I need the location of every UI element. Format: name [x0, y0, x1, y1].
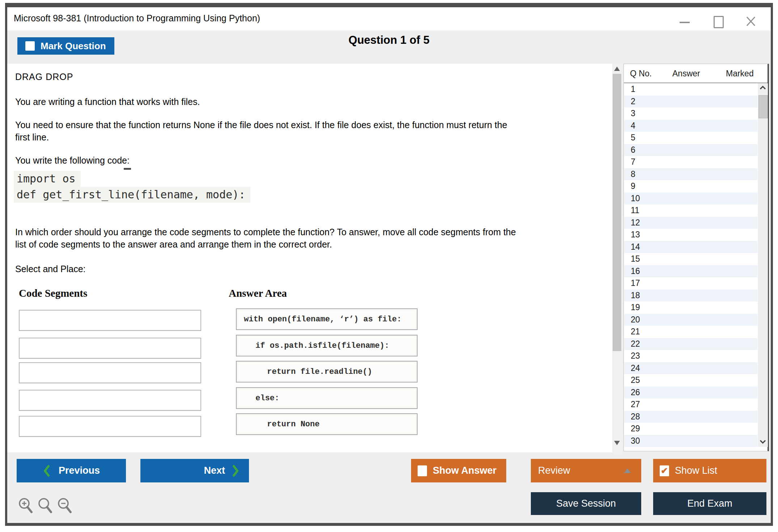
- sidebar-scrollbar[interactable]: [758, 83, 768, 447]
- question-number: 27: [631, 400, 640, 409]
- show-answer-checkbox[interactable]: [418, 465, 427, 476]
- question-number: 20: [631, 315, 640, 325]
- code-line: def get_first_line(filename, mode):: [14, 187, 250, 203]
- question-row[interactable]: 23: [624, 350, 757, 362]
- question-row[interactable]: 19: [624, 301, 757, 314]
- main-scrollbar-thumb[interactable]: [613, 74, 621, 351]
- minimize-icon[interactable]: [680, 22, 690, 23]
- code-segment-slot[interactable]: [19, 390, 201, 411]
- answer-area-item[interactable]: with open(filename, ‘r’) as file:: [236, 308, 418, 330]
- code-segment-slot[interactable]: [19, 338, 201, 359]
- question-row[interactable]: 27: [624, 398, 757, 411]
- code-sample-image: import osdef get_first_line(filename, mo…: [14, 171, 250, 203]
- question-row[interactable]: 4: [624, 120, 757, 132]
- main-scrollbar[interactable]: [612, 64, 622, 452]
- question-row[interactable]: 25: [624, 374, 757, 387]
- column-qno: Q No.: [630, 69, 652, 79]
- screenshot-page: Microsoft 98-381 (Introduction to Progra…: [0, 0, 778, 532]
- question-number: 30: [631, 436, 640, 446]
- code-segment-slot[interactable]: [19, 416, 201, 437]
- question-row[interactable]: 9: [624, 180, 757, 193]
- question-number: 2: [631, 97, 635, 106]
- question-row[interactable]: 24: [624, 362, 757, 375]
- end-exam-button[interactable]: End Exam: [653, 492, 766, 515]
- window-title: Microsoft 98-381 (Introduction to Progra…: [14, 13, 260, 24]
- question-paragraph: You are writing a function that works wi…: [15, 96, 200, 108]
- question-number: 5: [631, 133, 635, 143]
- question-row[interactable]: 13: [624, 229, 757, 241]
- question-type-label: DRAG DROP: [15, 72, 73, 82]
- answer-area-item[interactable]: else:: [236, 387, 418, 409]
- question-row[interactable]: 8: [624, 168, 757, 181]
- answer-code-text: return file.readline(): [237, 367, 372, 376]
- question-number: 1: [631, 84, 635, 94]
- question-number: 3: [631, 109, 635, 118]
- question-row[interactable]: 3: [624, 107, 757, 120]
- scroll-up-icon[interactable]: [614, 67, 620, 71]
- zoom-out-icon[interactable]: [56, 497, 72, 515]
- question-row[interactable]: 7: [624, 156, 757, 168]
- question-row[interactable]: 22: [624, 338, 757, 350]
- question-paragraph: You need to ensure that the function ret…: [15, 119, 507, 143]
- question-row[interactable]: 15: [624, 253, 757, 265]
- question-number: 14: [631, 242, 640, 252]
- question-number: 11: [631, 206, 639, 215]
- previous-button[interactable]: Previous: [17, 459, 126, 482]
- answer-area-item[interactable]: if os.path.isfile(filename):: [236, 335, 418, 356]
- answer-area-item[interactable]: return file.readline(): [236, 361, 418, 383]
- question-row[interactable]: 10: [624, 193, 757, 205]
- question-number: 22: [631, 339, 640, 349]
- question-panel: DRAG DROP You are writing a function tha…: [7, 64, 612, 452]
- show-list-button[interactable]: ✔ Show List: [653, 459, 766, 482]
- question-row[interactable]: 29: [624, 423, 757, 435]
- question-row[interactable]: 26: [624, 387, 757, 399]
- question-row[interactable]: 12: [624, 217, 757, 229]
- question-row[interactable]: 30: [624, 435, 757, 447]
- code-segment-slot[interactable]: [19, 362, 201, 383]
- answer-area-item[interactable]: return None: [236, 413, 418, 435]
- question-row[interactable]: 5: [624, 132, 757, 144]
- show-list-label: Show List: [675, 465, 717, 476]
- save-session-button[interactable]: Save Session: [531, 492, 641, 515]
- chevron-down-icon[interactable]: [760, 440, 766, 444]
- chevron-right-icon: [232, 465, 240, 477]
- chevron-up-icon[interactable]: [760, 85, 766, 90]
- magnifier-icon[interactable]: [37, 497, 53, 515]
- question-row[interactable]: 6: [624, 144, 757, 156]
- show-list-checkbox[interactable]: ✔: [660, 465, 669, 476]
- close-icon[interactable]: [745, 15, 756, 27]
- question-row[interactable]: 18: [624, 290, 757, 302]
- scan-artifact-mark: [124, 168, 131, 170]
- question-number: 15: [631, 254, 640, 264]
- question-row[interactable]: 28: [624, 411, 757, 423]
- question-row[interactable]: 21: [624, 326, 757, 338]
- question-row[interactable]: 17: [624, 277, 757, 290]
- workspace: DRAG DROP You are writing a function tha…: [7, 64, 771, 452]
- maximize-icon[interactable]: [714, 16, 724, 28]
- question-row[interactable]: 16: [624, 265, 757, 278]
- question-number: 26: [631, 388, 640, 397]
- question-paragraph: Select and Place:: [15, 263, 86, 275]
- review-button[interactable]: Review: [531, 459, 641, 482]
- question-row[interactable]: 11: [624, 204, 757, 217]
- scroll-down-icon[interactable]: [614, 441, 620, 445]
- sidebar-scrollbar-thumb[interactable]: [758, 95, 768, 118]
- question-counter: Question 1 of 5: [7, 34, 771, 47]
- question-number: 6: [631, 145, 635, 155]
- question-row[interactable]: 1: [624, 83, 757, 96]
- save-session-label: Save Session: [556, 498, 616, 509]
- question-number: 19: [631, 303, 640, 312]
- review-label: Review: [538, 465, 570, 476]
- question-number: 4: [631, 121, 635, 131]
- show-answer-button[interactable]: Show Answer: [411, 459, 506, 482]
- zoom-in-icon[interactable]: [17, 497, 33, 515]
- question-number: 12: [631, 218, 640, 228]
- question-row[interactable]: 14: [624, 241, 757, 253]
- next-button[interactable]: Next: [140, 459, 249, 482]
- question-row[interactable]: 2: [624, 96, 757, 108]
- question-row[interactable]: 20: [624, 314, 757, 326]
- question-number: 10: [631, 194, 640, 203]
- code-segment-slot[interactable]: [19, 310, 201, 331]
- question-number: 9: [631, 181, 635, 191]
- question-number: 7: [631, 157, 635, 167]
